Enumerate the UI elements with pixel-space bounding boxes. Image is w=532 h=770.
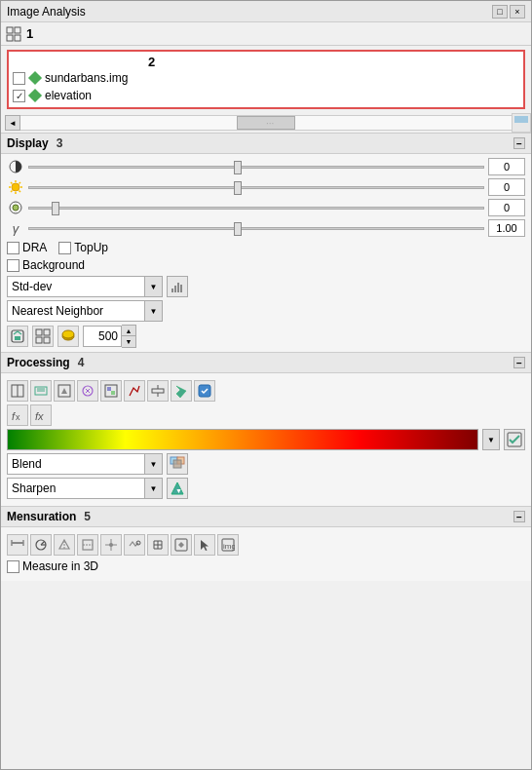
saturation-value[interactable]: [488, 199, 525, 216]
mensuration-section-content: img Measure in 3D: [1, 527, 531, 581]
resample-dropdown-row: Nearest Neighbor ▼: [7, 300, 525, 322]
proc-tool-2[interactable]: [30, 380, 52, 402]
svg-rect-38: [107, 387, 111, 391]
sharpen-apply-btn[interactable]: ▼: [167, 478, 188, 499]
minimize-button[interactable]: □: [492, 5, 508, 19]
window-title: Image Analysis: [7, 5, 86, 19]
meas-tool-8[interactable]: [171, 534, 192, 556]
cache-icon-btn[interactable]: [7, 326, 28, 347]
layer-list: 2 sundarbans.img elevation: [7, 50, 525, 109]
proc-tool-8[interactable]: [171, 380, 192, 402]
resample-dropdown-value: Nearest Neighbor: [12, 304, 103, 318]
list-item: elevation: [12, 87, 520, 104]
blend-dropdown[interactable]: Blend ▼: [7, 453, 163, 475]
freeze-icon[interactable]: [512, 113, 531, 133]
memory-icon[interactable]: [57, 326, 79, 347]
svg-rect-21: [180, 285, 182, 292]
svg-rect-40: [152, 389, 164, 393]
cache-spin-down[interactable]: ▼: [122, 336, 135, 347]
proc-tool-6[interactable]: [124, 380, 145, 402]
gamma-value[interactable]: [488, 219, 525, 237]
svg-rect-3: [15, 35, 20, 41]
meas-tool-1[interactable]: [7, 534, 28, 556]
brightness-slider[interactable]: [28, 179, 484, 195]
mensuration-section-header: Mensuration 5 −: [1, 506, 531, 527]
gamma-row: γ: [7, 219, 525, 237]
svg-text:x: x: [16, 412, 20, 422]
meas-tool-4[interactable]: [77, 534, 98, 556]
close-button[interactable]: ×: [510, 5, 525, 19]
histogram-button[interactable]: [167, 276, 188, 297]
dra-checkbox-label[interactable]: DRA: [7, 241, 47, 254]
background-row: Background: [7, 258, 525, 272]
dra-checkbox[interactable]: [7, 242, 19, 254]
blend-apply-btn[interactable]: [167, 453, 188, 475]
proc-tool-7[interactable]: [147, 380, 169, 402]
brightness-value[interactable]: [488, 178, 525, 196]
display-section-title: Display: [7, 136, 49, 150]
proc-tool-9[interactable]: [194, 380, 215, 402]
stretch-dropdown-arrow: ▼: [144, 277, 162, 296]
cache-spin-up[interactable]: ▲: [122, 326, 135, 336]
scroll-left-button[interactable]: ◄: [5, 115, 20, 131]
proc-tool-1[interactable]: [7, 380, 28, 402]
layer1-checkbox[interactable]: [13, 72, 25, 85]
svg-point-29: [62, 330, 74, 338]
proc-tool-5[interactable]: [100, 380, 122, 402]
saturation-row: [7, 199, 525, 216]
resample-dropdown[interactable]: Nearest Neighbor ▼: [7, 300, 163, 322]
meas-tool-cursor[interactable]: [194, 534, 215, 556]
gamma-icon: γ: [7, 219, 24, 237]
layer1-name: sundarbans.img: [45, 71, 128, 85]
display-collapse-button[interactable]: −: [513, 137, 525, 149]
proc-tool-10[interactable]: fx: [7, 404, 28, 426]
background-label: Background: [22, 258, 85, 272]
color-ramp-apply-btn[interactable]: [504, 429, 525, 450]
processing-collapse-button[interactable]: −: [513, 357, 525, 368]
color-ramp-selector[interactable]: [7, 429, 478, 450]
contrast-slider[interactable]: [28, 159, 484, 174]
meas-tool-9[interactable]: img: [217, 534, 239, 556]
mensuration-tools-row: img: [7, 534, 525, 556]
processing-section-content: fx fx ▼ Blend ▼: [1, 373, 531, 506]
cache-input[interactable]: [83, 326, 122, 347]
section2-label: 2: [148, 55, 155, 69]
meas-tool-3[interactable]: [54, 534, 75, 556]
measure3d-checkbox[interactable]: [7, 560, 19, 573]
contrast-value[interactable]: [488, 158, 525, 175]
meas-tool-7[interactable]: [147, 534, 169, 556]
background-checkbox[interactable]: [7, 259, 19, 272]
proc-tool-4[interactable]: [77, 380, 98, 402]
svg-rect-50: [173, 460, 181, 468]
svg-rect-1: [15, 27, 20, 33]
gamma-slider[interactable]: [28, 220, 484, 236]
mensuration-section-title: Mensuration: [7, 510, 76, 523]
svg-line-14: [19, 182, 21, 184]
list-item: sundarbans.img: [12, 69, 520, 87]
saturation-slider[interactable]: [28, 200, 484, 215]
sharpen-dropdown[interactable]: Sharpen ▼: [7, 478, 163, 499]
grid-btn[interactable]: [32, 326, 54, 347]
blend-dropdown-row: Blend ▼: [7, 453, 525, 475]
stretch-dropdown-row: Std-dev ▼: [7, 276, 525, 297]
scroll-track: ···: [20, 115, 512, 131]
title-bar: Image Analysis □ ×: [1, 1, 531, 22]
mensuration-collapse-button[interactable]: −: [513, 511, 525, 522]
background-checkbox-label[interactable]: Background: [7, 258, 85, 272]
proc-tool-11[interactable]: fx: [30, 404, 52, 426]
topup-checkbox-label[interactable]: TopUp: [58, 241, 108, 254]
processing-section-title: Processing: [7, 356, 70, 369]
meas-tool-2[interactable]: [30, 534, 52, 556]
stretch-dropdown[interactable]: Std-dev ▼: [7, 276, 163, 297]
svg-text:▼: ▼: [175, 487, 182, 494]
proc-tool-3[interactable]: [54, 380, 75, 402]
toolbar-grid-icon[interactable]: [5, 25, 22, 43]
color-ramp-arrow[interactable]: ▼: [482, 429, 500, 450]
meas-tool-6[interactable]: [124, 534, 145, 556]
mensuration-section-num: 5: [84, 510, 91, 523]
measure3d-label[interactable]: Measure in 3D: [7, 559, 98, 573]
topup-checkbox[interactable]: [58, 242, 71, 254]
stretch-dropdown-value: Std-dev: [12, 280, 52, 293]
layer2-checkbox[interactable]: [13, 90, 25, 102]
meas-tool-5[interactable]: [100, 534, 122, 556]
